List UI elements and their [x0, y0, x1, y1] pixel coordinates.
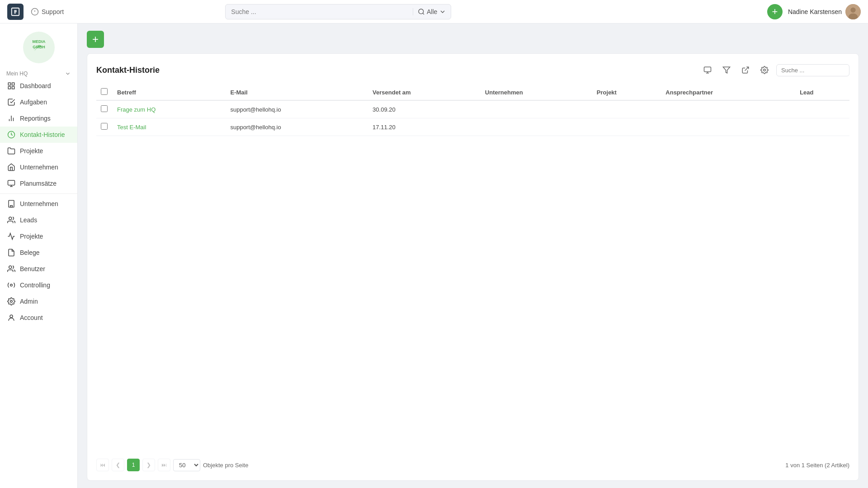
support-label: Support — [42, 8, 64, 15]
svg-point-30 — [10, 315, 13, 318]
sidebar-item-projekte[interactable]: Projekte — [0, 228, 77, 244]
svg-rect-17 — [8, 180, 15, 185]
global-search: Alle — [225, 4, 451, 19]
sidebar-item-label: Benutzer — [20, 265, 45, 272]
sidebar-item-dashboard[interactable]: Dashboard — [0, 78, 77, 94]
cell-ansprechpartner — [661, 100, 795, 118]
chevron-down-icon — [439, 8, 446, 15]
sidebar-item-controlling[interactable]: Controlling — [0, 277, 77, 293]
avatar — [845, 4, 861, 19]
table-row: Test E-Mail support@hellohq.io 17.11.20 — [96, 118, 849, 136]
per-page-select[interactable]: 50 25 100 — [173, 459, 200, 471]
sidebar-item-label: Leads — [20, 216, 37, 224]
col-projekt: Projekt — [592, 84, 661, 100]
sidebar-item-unternehmen-top[interactable]: Unternehmen — [0, 159, 77, 175]
cell-projekt — [592, 100, 661, 118]
sidebar-item-benutzer[interactable]: Benutzer — [0, 261, 77, 277]
account-icon — [7, 314, 15, 322]
svg-rect-11 — [8, 87, 10, 89]
support-icon — [31, 8, 39, 16]
table-search-input[interactable] — [781, 67, 844, 74]
gear-icon — [760, 66, 769, 74]
settings-button[interactable] — [757, 63, 772, 77]
add-content-button[interactable]: + — [87, 31, 104, 48]
tasks-icon — [7, 98, 15, 106]
cell-lead — [795, 100, 849, 118]
sidebar-item-label: Aufgaben — [20, 99, 47, 106]
controlling-icon — [7, 281, 15, 289]
sidebar-item-label: Belege — [20, 249, 40, 256]
svg-rect-12 — [12, 87, 14, 89]
per-page-label: Objekte pro Seite — [203, 462, 248, 469]
col-email: E-Mail — [226, 84, 368, 100]
row-checkbox[interactable] — [101, 105, 108, 112]
first-page-btn[interactable]: ⏮ — [96, 459, 109, 471]
search-icon — [418, 8, 425, 15]
export-button[interactable] — [738, 63, 753, 77]
prev-page-btn[interactable]: ❮ — [112, 459, 124, 471]
kontakt-table: Betreff E-Mail Versendet am Unternehmen … — [96, 84, 849, 136]
card-header: Kontakt-Historie — [96, 63, 849, 77]
sidebar-logo-area: MEDIA GMBH — [0, 27, 77, 70]
select-all-col — [96, 84, 113, 100]
col-unternehmen: Unternehmen — [481, 84, 592, 100]
page-1-btn[interactable]: 1 — [127, 459, 140, 471]
sidebar-item-reportings[interactable]: Reportings — [0, 110, 77, 127]
topbar: Support Alle + Nadine Karstensen — [0, 0, 868, 23]
sidebar-item-kontakt-historie[interactable]: Kontakt-Historie — [0, 127, 77, 143]
sidebar-item-admin[interactable]: Admin — [0, 293, 77, 310]
page-info: 1 von 1 Seiten (2 Artikel) — [785, 462, 849, 469]
svg-point-27 — [9, 266, 12, 268]
table-head: Betreff E-Mail Versendet am Unternehmen … — [96, 84, 849, 100]
export-icon — [741, 66, 750, 74]
cell-email: support@hellohq.io — [226, 118, 368, 136]
svg-rect-9 — [8, 83, 10, 85]
leads-icon — [7, 216, 15, 224]
cell-projekt — [592, 118, 661, 136]
next-page-btn[interactable]: ❯ — [142, 459, 155, 471]
building2-icon — [7, 200, 15, 208]
cell-betreff: Frage zum HQ — [113, 100, 226, 118]
history-icon — [7, 131, 15, 139]
cell-versendet-am: 30.09.20 — [368, 100, 481, 118]
select-all-checkbox[interactable] — [101, 88, 108, 95]
col-lead: Lead — [795, 84, 849, 100]
svg-point-36 — [764, 69, 766, 71]
table-row: Frage zum HQ support@hellohq.io 30.09.20 — [96, 100, 849, 118]
main-layout: MEDIA GMBH Mein HQ Dashboard Aufgaben — [0, 23, 868, 488]
table-wrap: Betreff E-Mail Versendet am Unternehmen … — [96, 84, 849, 451]
svg-point-28 — [10, 284, 13, 286]
sidebar-item-belege[interactable]: Belege — [0, 244, 77, 261]
row-checkbox[interactable] — [101, 123, 108, 130]
support-link[interactable]: Support — [31, 8, 64, 16]
table-body: Frage zum HQ support@hellohq.io 30.09.20… — [96, 100, 849, 136]
monitor-icon — [703, 66, 712, 74]
building-icon — [7, 163, 15, 171]
search-input[interactable] — [226, 5, 413, 19]
sidebar-item-projekte-top[interactable]: Projekte — [0, 143, 77, 159]
users-icon — [7, 265, 15, 273]
app-logo[interactable] — [7, 4, 24, 20]
cell-betreff: Test E-Mail — [113, 118, 226, 136]
card-title: Kontakt-Historie — [96, 66, 700, 75]
sidebar-item-label: Reportings — [20, 115, 51, 122]
sidebar-item-label: Admin — [20, 298, 38, 305]
table-search — [776, 64, 849, 76]
admin-icon — [7, 297, 15, 305]
svg-line-35 — [745, 67, 749, 70]
user-menu[interactable]: Nadine Karstensen — [788, 4, 861, 19]
monitor-view-button[interactable] — [700, 63, 715, 77]
svg-rect-31 — [704, 67, 711, 72]
sidebar-item-planumsätze[interactable]: Planumsätze — [0, 175, 77, 192]
filter-button[interactable] — [719, 63, 734, 77]
sidebar-item-leads[interactable]: Leads — [0, 212, 77, 228]
user-name: Nadine Karstensen — [788, 8, 842, 15]
sidebar-item-label: Unternehmen — [20, 200, 58, 207]
sidebar-item-unternehmen[interactable]: Unternehmen — [0, 196, 77, 212]
svg-point-2 — [419, 9, 424, 14]
search-filter-btn[interactable]: Alle — [413, 8, 451, 15]
sidebar-item-aufgaben[interactable]: Aufgaben — [0, 94, 77, 110]
topbar-add-button[interactable]: + — [767, 4, 783, 19]
sidebar-item-account[interactable]: Account — [0, 310, 77, 326]
last-page-btn[interactable]: ⏭ — [158, 459, 170, 471]
